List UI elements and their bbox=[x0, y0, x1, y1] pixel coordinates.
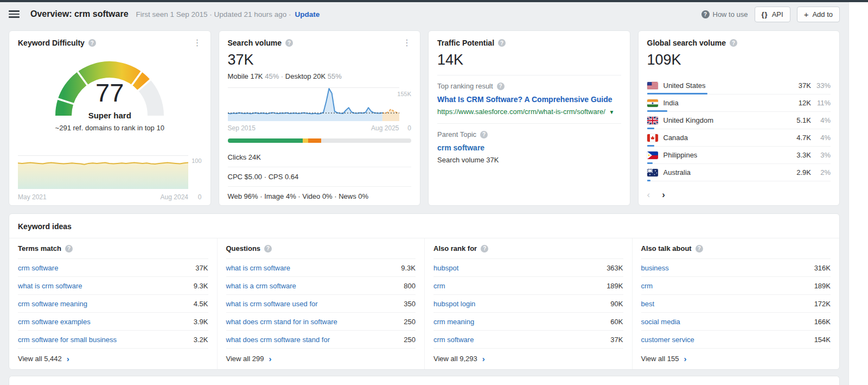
view-all-label: View all 155 bbox=[641, 355, 679, 363]
keyword-link[interactable]: what is a crm software bbox=[226, 282, 296, 290]
flag-ca-icon bbox=[647, 134, 658, 142]
keyword-link[interactable]: what is crm software used for bbox=[226, 300, 318, 308]
keyword-link[interactable]: what is crm software bbox=[226, 264, 290, 272]
caret-down-icon[interactable]: ▼ bbox=[609, 109, 615, 115]
card-title: Keyword Difficulty bbox=[18, 39, 85, 47]
page-next-icon[interactable]: › bbox=[662, 190, 665, 199]
keyword-link[interactable]: crm software bbox=[433, 336, 474, 344]
add-to-button[interactable]: + Add to bbox=[797, 7, 840, 22]
difficulty-history-plot bbox=[18, 155, 188, 189]
country-name: Canada bbox=[663, 134, 789, 142]
top-ranking-result-link[interactable]: What Is CRM Software? A Comprehensive Gu… bbox=[437, 95, 621, 104]
country-share-bar bbox=[647, 180, 651, 181]
help-icon[interactable]: ? bbox=[695, 245, 703, 253]
y-axis-min: 0 bbox=[407, 124, 411, 132]
view-all-link[interactable]: View all 299› bbox=[226, 349, 416, 369]
country-name: India bbox=[663, 99, 789, 107]
keyword-link[interactable]: what does crm stand for in software bbox=[226, 318, 337, 326]
keyword-link[interactable]: customer service bbox=[641, 336, 694, 344]
view-all-link[interactable]: View all 155› bbox=[641, 349, 831, 369]
top-ranking-url[interactable]: https://www.salesforce.com/crm/what-is-c… bbox=[437, 108, 621, 116]
keyword-volume: 350 bbox=[404, 300, 416, 308]
difficulty-history-chart: 100 May 2021 Aug 2024 0 bbox=[18, 155, 202, 201]
traffic-potential-value: 14K bbox=[429, 47, 630, 68]
kebab-menu-icon[interactable]: ⋮ bbox=[193, 39, 202, 47]
keyword-row: what is crm software used for350 bbox=[226, 295, 416, 313]
help-icon[interactable]: ? bbox=[497, 83, 505, 90]
keyword-volume: 90K bbox=[610, 300, 623, 308]
api-button[interactable]: {} API bbox=[755, 7, 790, 22]
difficulty-value: 77 bbox=[47, 78, 173, 108]
help-icon[interactable]: ? bbox=[730, 39, 737, 47]
column-header: Also rank for? bbox=[433, 238, 623, 259]
page-prev-icon[interactable]: ‹ bbox=[647, 190, 650, 199]
keyword-ideas-column: Terms match?crm software37Kwhat is crm s… bbox=[9, 238, 217, 369]
keyword-link[interactable]: business bbox=[641, 264, 669, 272]
keyword-link[interactable]: what is crm software bbox=[18, 282, 82, 290]
keyword-volume: 363K bbox=[607, 264, 623, 272]
keyword-row: hubspot login90K bbox=[433, 295, 623, 313]
clicks-value: Clicks 24K bbox=[228, 148, 412, 167]
difficulty-note: ~291 ref. domains to rank in top 10 bbox=[9, 124, 210, 132]
keyword-row: hubspot363K bbox=[433, 259, 623, 277]
meta-text: First seen 1 Sep 2015 · Updated 21 hours… bbox=[136, 10, 291, 18]
keyword-link[interactable]: best bbox=[641, 300, 655, 308]
view-all-link[interactable]: View all 5,442› bbox=[18, 349, 208, 369]
help-icon[interactable]: ? bbox=[264, 245, 272, 253]
kebab-menu-icon[interactable]: ⋮ bbox=[403, 39, 411, 47]
flag-ph-icon bbox=[647, 152, 658, 159]
keyword-volume: 800 bbox=[404, 282, 416, 290]
country-volume: 2.9K bbox=[788, 168, 811, 176]
help-icon[interactable]: ? bbox=[88, 39, 96, 47]
x-axis-start: Sep 2015 bbox=[228, 124, 256, 132]
keyword-link[interactable]: crm software bbox=[18, 264, 58, 272]
country-row: United Kingdom5.1K4% bbox=[647, 112, 831, 129]
keyword-link[interactable]: hubspot login bbox=[433, 300, 475, 308]
help-icon[interactable]: ? bbox=[65, 245, 73, 253]
device-split: Mobile 17K 45% · Desktop 20K 55% bbox=[219, 68, 420, 80]
keyword-link[interactable]: crm bbox=[641, 282, 653, 290]
url-text: https://www.salesforce.com/crm/what-is-c… bbox=[437, 108, 605, 116]
country-volume: 12K bbox=[788, 99, 811, 107]
keyword-link[interactable]: crm meaning bbox=[433, 318, 474, 326]
keyword-ideas-title: Keyword ideas bbox=[9, 214, 839, 238]
help-icon[interactable]: ? bbox=[481, 245, 488, 253]
scrollbar-track[interactable] bbox=[848, 2, 868, 385]
help-icon[interactable]: ? bbox=[285, 39, 293, 47]
country-volume: 5.1K bbox=[788, 116, 811, 124]
chevron-right-icon: › bbox=[684, 355, 686, 363]
menu-icon[interactable] bbox=[9, 9, 20, 20]
help-icon[interactable]: ? bbox=[480, 131, 488, 138]
keyword-ideas-column: Also rank for?hubspot363Kcrm189Khubspot … bbox=[424, 238, 632, 369]
how-to-use-link[interactable]: ? How to use bbox=[701, 10, 748, 18]
keyword-row: crm software37K bbox=[433, 331, 623, 349]
serp-type-split: Web 96% · Image 4% · Video 0% · News 0% bbox=[228, 186, 412, 206]
update-link[interactable]: Update bbox=[295, 10, 320, 18]
keyword-link[interactable]: social media bbox=[641, 318, 680, 326]
dot-separator: · bbox=[281, 72, 283, 80]
keyword-link[interactable]: crm software for small business bbox=[18, 336, 117, 344]
keyword-link[interactable]: what does crm software stand for bbox=[226, 336, 330, 344]
braces-icon: {} bbox=[762, 10, 768, 18]
difficulty-label: Super hard bbox=[47, 111, 173, 120]
country-pagination: ‹ › bbox=[647, 190, 665, 199]
help-icon[interactable]: ? bbox=[498, 39, 506, 47]
topbar-actions: ? How to use {} API + Add to bbox=[701, 7, 840, 22]
country-row: India12K11% bbox=[647, 94, 831, 112]
keyword-link[interactable]: crm bbox=[433, 282, 445, 290]
help-circle-icon: ? bbox=[701, 10, 710, 18]
country-volume: 4.7K bbox=[788, 134, 811, 142]
x-axis-end: Aug 2025 bbox=[371, 124, 399, 132]
keyword-link[interactable]: crm software examples bbox=[18, 318, 91, 326]
parent-topic-section: Parent Topic ? crm software Search volum… bbox=[429, 124, 630, 164]
clicks-distribution-bar bbox=[228, 138, 412, 143]
parent-topic-link[interactable]: crm software bbox=[437, 143, 621, 152]
column-header-label: Terms match bbox=[18, 244, 61, 253]
card-title: Global search volume bbox=[647, 39, 726, 47]
view-all-link[interactable]: View all 9,293› bbox=[433, 349, 623, 369]
keyword-volume: 189K bbox=[814, 282, 831, 290]
keyword-row: what is crm software9.3K bbox=[18, 277, 208, 295]
country-row: United States37K33% bbox=[647, 77, 831, 94]
keyword-link[interactable]: crm software meaning bbox=[18, 300, 87, 308]
keyword-link[interactable]: hubspot bbox=[433, 264, 458, 272]
